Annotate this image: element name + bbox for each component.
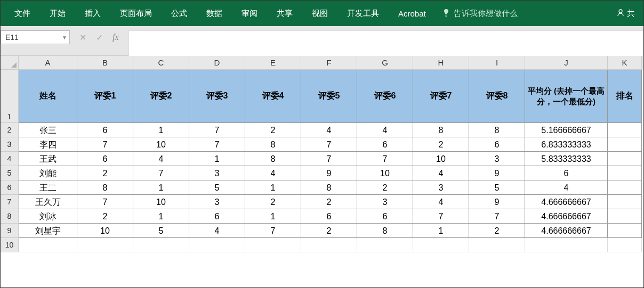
cell[interactable] xyxy=(608,123,642,137)
cell[interactable]: 王二 xyxy=(19,180,77,195)
cell[interactable]: 10 xyxy=(133,137,189,152)
header-cell[interactable]: 评委7 xyxy=(413,70,469,123)
cell[interactable] xyxy=(469,238,525,252)
cell[interactable]: 6.833333333 xyxy=(525,137,608,152)
cell[interactable]: 1 xyxy=(133,180,189,195)
col-header-D[interactable]: D xyxy=(189,56,245,70)
cell[interactable]: 李四 xyxy=(19,137,77,152)
cell[interactable]: 7 xyxy=(301,152,357,166)
cell[interactable]: 8 xyxy=(77,180,133,195)
tab-acrobat[interactable]: Acrobat xyxy=(389,6,436,21)
fx-cancel-button[interactable]: ✕ xyxy=(79,32,86,43)
row-header-4[interactable]: 4 xyxy=(1,152,19,166)
cell[interactable]: 张三 xyxy=(19,123,77,137)
cell[interactable]: 2 xyxy=(77,166,133,180)
tab-insert[interactable]: 插入 xyxy=(75,5,110,22)
col-header-B[interactable]: B xyxy=(77,56,133,70)
cell[interactable]: 4.666666667 xyxy=(525,224,608,238)
cell[interactable]: 8 xyxy=(245,137,301,152)
cell[interactable] xyxy=(19,238,77,252)
name-box[interactable]: E11 ▼ xyxy=(1,30,70,44)
cell[interactable]: 1 xyxy=(245,180,301,195)
cell[interactable] xyxy=(301,238,357,252)
cell[interactable]: 刘冰 xyxy=(19,209,77,224)
cell[interactable] xyxy=(189,238,245,252)
cell[interactable]: 7 xyxy=(357,152,413,166)
header-cell[interactable]: 评委3 xyxy=(189,70,245,123)
cell[interactable]: 刘星宇 xyxy=(19,224,77,238)
cell[interactable]: 7 xyxy=(133,166,189,180)
cell[interactable]: 6 xyxy=(189,209,245,224)
col-header-K[interactable]: K xyxy=(608,56,642,70)
cell[interactable]: 7 xyxy=(413,209,469,224)
cell[interactable]: 4 xyxy=(245,166,301,180)
cell[interactable]: 4 xyxy=(189,224,245,238)
tab-file[interactable]: 文件 xyxy=(5,5,40,22)
cell[interactable]: 2 xyxy=(301,224,357,238)
cell[interactable]: 10 xyxy=(413,152,469,166)
cell[interactable] xyxy=(245,238,301,252)
cell[interactable]: 3 xyxy=(357,195,413,209)
cell[interactable]: 王武 xyxy=(19,152,77,166)
cell[interactable]: 7 xyxy=(301,137,357,152)
cell[interactable]: 2 xyxy=(357,180,413,195)
col-header-H[interactable]: H xyxy=(413,56,469,70)
header-cell[interactable]: 排名 xyxy=(608,70,642,123)
cell[interactable] xyxy=(608,152,642,166)
cell[interactable] xyxy=(608,238,642,252)
cell[interactable]: 8 xyxy=(413,123,469,137)
row-header-2[interactable]: 2 xyxy=(1,123,19,137)
cell[interactable]: 8 xyxy=(301,180,357,195)
cell[interactable]: 7 xyxy=(77,137,133,152)
cell[interactable]: 8 xyxy=(357,224,413,238)
row-header-3[interactable]: 3 xyxy=(1,137,19,152)
cell[interactable] xyxy=(608,195,642,209)
tab-view[interactable]: 视图 xyxy=(302,5,337,22)
tab-page-layout[interactable]: 页面布局 xyxy=(110,5,162,22)
cell[interactable]: 7 xyxy=(469,209,525,224)
row-header-7[interactable]: 7 xyxy=(1,195,19,209)
cell[interactable]: 6 xyxy=(357,209,413,224)
header-cell[interactable]: 评委6 xyxy=(357,70,413,123)
share-button[interactable]: 共 xyxy=(612,5,639,22)
tell-me-search[interactable]: 告诉我你想做什么 xyxy=(436,5,524,22)
col-header-E[interactable]: E xyxy=(245,56,301,70)
cell[interactable]: 1 xyxy=(133,209,189,224)
cell[interactable]: 王久万 xyxy=(19,195,77,209)
cell[interactable]: 6 xyxy=(301,209,357,224)
cell[interactable]: 8 xyxy=(245,152,301,166)
cell[interactable]: 4 xyxy=(525,180,608,195)
cell[interactable]: 2 xyxy=(413,137,469,152)
cell[interactable] xyxy=(357,238,413,252)
cell[interactable]: 2 xyxy=(245,195,301,209)
cell[interactable]: 4.666666667 xyxy=(525,209,608,224)
cell[interactable]: 3 xyxy=(413,180,469,195)
fx-icon[interactable]: fx xyxy=(112,32,119,42)
chevron-down-icon[interactable]: ▼ xyxy=(62,35,67,40)
cell[interactable] xyxy=(608,137,642,152)
cell[interactable] xyxy=(525,238,608,252)
tab-data[interactable]: 数据 xyxy=(197,5,232,22)
cell[interactable]: 5.166666667 xyxy=(525,123,608,137)
cell[interactable]: 3 xyxy=(469,152,525,166)
cell[interactable] xyxy=(608,166,642,180)
cell[interactable]: 2 xyxy=(245,123,301,137)
cell[interactable]: 7 xyxy=(189,137,245,152)
cell[interactable]: 2 xyxy=(77,209,133,224)
tab-developer[interactable]: 开发工具 xyxy=(337,5,389,22)
cell[interactable]: 9 xyxy=(469,166,525,180)
header-cell[interactable]: 评委4 xyxy=(245,70,301,123)
cell[interactable]: 6 xyxy=(357,137,413,152)
cell[interactable]: 3 xyxy=(189,166,245,180)
cell[interactable]: 2 xyxy=(301,195,357,209)
header-cell[interactable]: 评委5 xyxy=(301,70,357,123)
cell[interactable]: 10 xyxy=(357,166,413,180)
row-header-1[interactable]: 1 xyxy=(1,70,19,123)
header-cell[interactable]: 评委1 xyxy=(77,70,133,123)
cell[interactable]: 刘能 xyxy=(19,166,77,180)
header-cell[interactable]: 评委2 xyxy=(133,70,189,123)
cell[interactable]: 6 xyxy=(469,137,525,152)
cell[interactable]: 9 xyxy=(469,195,525,209)
header-cell[interactable]: 平均分 (去掉一个最高分，一个最低分) xyxy=(525,70,608,123)
cell[interactable]: 7 xyxy=(189,123,245,137)
